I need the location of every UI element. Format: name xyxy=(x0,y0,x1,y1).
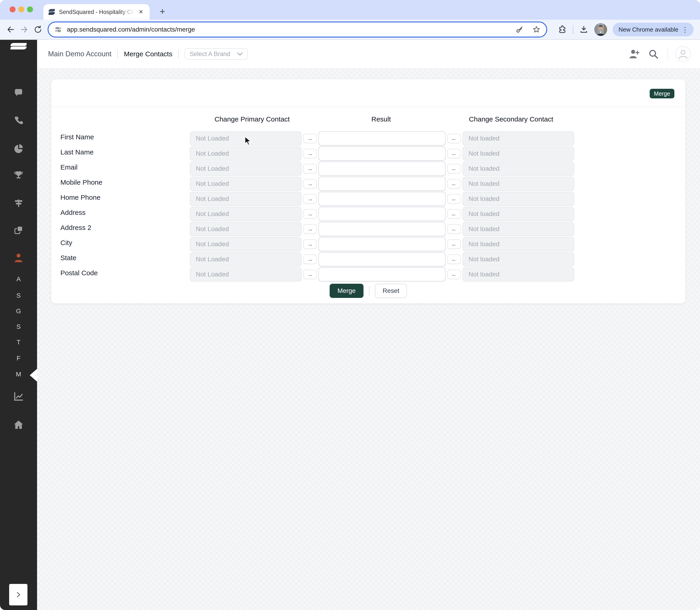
sidebar-chat-icon[interactable] xyxy=(12,87,25,99)
result-input[interactable] xyxy=(319,162,445,176)
brand-select[interactable]: Select A Brand xyxy=(184,48,248,60)
copy-secondary-to-result-button[interactable]: ← xyxy=(447,164,461,174)
secondary-contact-input[interactable] xyxy=(462,222,574,236)
sidebar-item-f-5[interactable]: F xyxy=(0,355,37,362)
primary-contact-input[interactable] xyxy=(190,222,302,236)
window-zoom-button[interactable] xyxy=(27,6,33,12)
result-input[interactable] xyxy=(319,222,445,236)
primary-contact-input[interactable] xyxy=(190,162,302,176)
copy-secondary-to-result-button[interactable]: ← xyxy=(447,209,461,219)
copy-primary-to-result-button[interactable]: → xyxy=(303,239,317,249)
secondary-contact-input[interactable] xyxy=(462,267,574,282)
copy-secondary-to-result-button[interactable]: ← xyxy=(447,224,461,234)
result-input[interactable] xyxy=(319,237,445,251)
copy-primary-to-result-button[interactable]: → xyxy=(303,209,317,219)
back-button[interactable] xyxy=(4,23,17,36)
sidebar-item-s-1[interactable]: S xyxy=(0,292,37,299)
primary-contact-input[interactable] xyxy=(190,237,302,251)
merge-button-top[interactable]: Merge xyxy=(650,89,674,98)
add-contact-icon[interactable] xyxy=(627,47,641,61)
result-input[interactable] xyxy=(319,177,445,191)
sidebar-reports-pie-icon[interactable] xyxy=(12,142,25,155)
sidebar-home-icon[interactable] xyxy=(12,419,25,431)
secondary-contact-input[interactable] xyxy=(462,207,574,221)
copy-primary-to-result-button[interactable]: → xyxy=(303,149,317,158)
new-tab-button[interactable]: + xyxy=(156,4,169,18)
browser-menu-icon[interactable]: ⋮ xyxy=(680,26,691,34)
forward-button[interactable] xyxy=(17,23,31,36)
window-minimize-button[interactable] xyxy=(18,6,24,12)
window-close-button[interactable] xyxy=(10,6,16,12)
result-input[interactable] xyxy=(319,146,445,161)
secondary-contact-input[interactable] xyxy=(462,192,574,206)
secondary-contact-input[interactable] xyxy=(462,177,574,191)
result-input[interactable] xyxy=(319,267,445,282)
copy-secondary-to-result-button[interactable]: ← xyxy=(447,149,461,158)
copy-secondary-to-result-button[interactable]: ← xyxy=(447,254,461,264)
sidebar-item-s-3[interactable]: S xyxy=(0,323,37,331)
site-settings-icon[interactable] xyxy=(54,26,62,34)
active-item-notch xyxy=(30,369,37,382)
page-title: Merge Contacts xyxy=(124,50,172,58)
primary-contact-input[interactable] xyxy=(190,207,302,221)
sidebar-templates-copy-icon[interactable] xyxy=(12,224,25,237)
copy-primary-to-result-button[interactable]: → xyxy=(303,224,317,234)
reload-button[interactable] xyxy=(31,23,45,36)
primary-contact-input[interactable] xyxy=(190,192,302,206)
url-bar[interactable]: app.sendsquared.com/admin/contacts/merge xyxy=(48,21,547,37)
downloads-icon[interactable] xyxy=(577,23,591,36)
sidebar-analytics-icon[interactable] xyxy=(12,390,25,403)
secondary-contact-input[interactable] xyxy=(462,237,574,251)
primary-contact-input[interactable] xyxy=(190,146,302,161)
secondary-contact-input[interactable] xyxy=(462,252,574,266)
password-key-icon[interactable] xyxy=(515,25,524,34)
copy-secondary-to-result-button[interactable]: ← xyxy=(447,134,461,143)
merge-row: Address→← xyxy=(60,207,574,221)
sidebar-signpost-icon[interactable] xyxy=(12,197,25,210)
sidebar-expand-button[interactable] xyxy=(9,584,28,606)
result-input[interactable] xyxy=(319,252,445,266)
primary-contact-input[interactable] xyxy=(190,252,302,266)
browser-tab[interactable]: SendSquared - Hospitality CR ✕ xyxy=(44,4,150,20)
field-label: Address xyxy=(60,207,190,221)
breadcrumb-divider xyxy=(178,50,179,58)
url-text[interactable]: app.sendsquared.com/admin/contacts/merge xyxy=(67,26,515,33)
sidebar-phone-icon[interactable] xyxy=(12,114,25,127)
merge-button[interactable]: Merge xyxy=(330,284,363,298)
copy-primary-to-result-button[interactable]: → xyxy=(303,270,317,279)
primary-contact-input[interactable] xyxy=(190,267,302,282)
card-header: Merge xyxy=(51,79,685,107)
browser-profile-avatar[interactable] xyxy=(594,23,607,36)
copy-primary-to-result-button[interactable]: → xyxy=(303,179,317,189)
close-tab-icon[interactable]: ✕ xyxy=(137,8,145,16)
sidebar-item-t-4[interactable]: T xyxy=(0,339,37,346)
primary-contact-input[interactable] xyxy=(190,131,302,145)
copy-primary-to-result-button[interactable]: → xyxy=(303,254,317,264)
sidebar-contacts-icon-active[interactable] xyxy=(12,252,25,264)
copy-primary-to-result-button[interactable]: → xyxy=(303,194,317,204)
copy-secondary-to-result-button[interactable]: ← xyxy=(447,179,461,189)
result-input[interactable] xyxy=(319,192,445,206)
primary-contact-input[interactable] xyxy=(190,177,302,191)
search-icon[interactable] xyxy=(647,47,660,61)
reset-button[interactable]: Reset xyxy=(375,284,407,298)
secondary-contact-input[interactable] xyxy=(462,131,574,145)
secondary-contact-input[interactable] xyxy=(462,162,574,176)
user-avatar[interactable] xyxy=(675,46,691,62)
sidebar-item-a-0[interactable]: A xyxy=(0,275,37,283)
chrome-update-pill[interactable]: New Chrome available ⋮ xyxy=(613,23,694,36)
extensions-icon[interactable] xyxy=(555,23,569,36)
copy-primary-to-result-button[interactable]: → xyxy=(303,164,317,174)
sidebar-item-g-2[interactable]: G xyxy=(0,307,37,315)
copy-secondary-to-result-button[interactable]: ← xyxy=(447,239,461,249)
copy-primary-to-result-button[interactable]: → xyxy=(303,134,317,143)
result-input[interactable] xyxy=(319,131,445,145)
result-input[interactable] xyxy=(319,207,445,221)
copy-secondary-to-result-button[interactable]: ← xyxy=(447,194,461,204)
secondary-contact-input[interactable] xyxy=(462,146,574,161)
copy-secondary-to-result-button[interactable]: ← xyxy=(447,270,461,279)
header-actions xyxy=(624,46,700,62)
sidebar-rewards-trophy-icon[interactable] xyxy=(12,169,25,182)
account-name[interactable]: Main Demo Account xyxy=(48,50,111,58)
bookmark-star-icon[interactable] xyxy=(532,25,541,34)
